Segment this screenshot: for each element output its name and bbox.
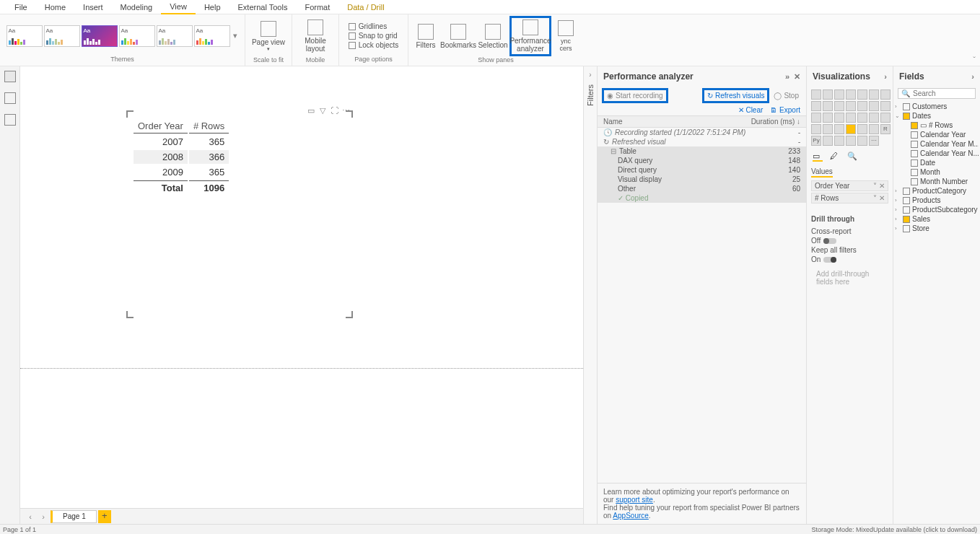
mobile-layout-button[interactable]: Mobile layout <box>295 16 336 56</box>
theme-swatch[interactable]: Aa <box>194 25 230 47</box>
field-node[interactable]: Calendar Year M... <box>895 139 979 149</box>
viz-icon[interactable]: R <box>880 124 891 134</box>
table-node[interactable]: ›Store <box>895 224 979 233</box>
add-page-button[interactable]: + <box>98 510 111 523</box>
viz-icon[interactable] <box>857 136 867 146</box>
analytics-tab-icon[interactable]: 🔍 <box>847 152 857 162</box>
viz-icon[interactable] <box>811 113 821 123</box>
field-node[interactable]: Month Number <box>895 177 979 186</box>
report-view-icon[interactable] <box>4 71 16 82</box>
viz-icon[interactable] <box>846 124 856 134</box>
perf-row-table[interactable]: ⊟Table233 <box>598 146 806 156</box>
visual-focus-icon[interactable]: ⛶ <box>330 106 338 115</box>
pane-collapse-icon[interactable]: › <box>971 72 974 81</box>
field-well[interactable]: Order Year˅ ✕ <box>811 180 888 191</box>
tab-format[interactable]: Format <box>296 1 338 14</box>
page-prev-icon[interactable]: ‹ <box>25 512 36 521</box>
export-button[interactable]: 🗎 Export <box>770 106 800 114</box>
lock-checkbox[interactable]: Lock objects <box>349 41 399 49</box>
viz-icon[interactable] <box>846 89 856 100</box>
bookmarks-button[interactable]: Bookmarks <box>440 16 476 56</box>
table-node[interactable]: ›ProductCategory <box>895 186 979 196</box>
gridlines-checkbox[interactable]: Gridlines <box>349 22 387 30</box>
viz-icon[interactable] <box>846 113 856 123</box>
viz-icon[interactable] <box>857 113 867 123</box>
visual-drill-icon[interactable]: ▭ <box>307 106 315 115</box>
theme-swatch[interactable]: Aa <box>157 25 193 47</box>
tab-data-drill[interactable]: Data / Drill <box>338 1 393 14</box>
viz-icon[interactable] <box>823 124 833 134</box>
tab-file[interactable]: File <box>6 1 36 14</box>
viz-icon[interactable] <box>857 124 867 134</box>
table-node[interactable]: ›Customers <box>895 102 979 111</box>
drill-drop-area[interactable]: Add drill-through fields here <box>811 265 888 291</box>
field-node[interactable]: ▭# Rows <box>895 121 979 130</box>
themes-more-icon[interactable]: ▾ <box>231 31 240 40</box>
viz-icon[interactable] <box>869 124 879 134</box>
viz-icon[interactable] <box>834 136 844 146</box>
viz-icon[interactable] <box>811 124 821 134</box>
viz-icon[interactable] <box>823 101 833 111</box>
viz-icon[interactable] <box>857 101 867 111</box>
table-node[interactable]: ›ProductSubcategory <box>895 205 979 214</box>
table-visual[interactable]: ▭ ▽ ⛶ ⋯ Order Year# Rows 2007365 2008366… <box>127 111 352 318</box>
field-node[interactable]: Calendar Year <box>895 130 979 139</box>
clear-button[interactable]: ✕ Clear <box>738 106 764 114</box>
field-well[interactable]: # Rows˅ ✕ <box>811 193 888 203</box>
perf-row-other[interactable]: Other60 <box>598 184 806 193</box>
model-view-icon[interactable] <box>4 114 16 126</box>
tab-modeling[interactable]: Modeling <box>112 1 162 14</box>
search-input[interactable] <box>913 89 972 97</box>
viz-icon[interactable] <box>869 113 879 123</box>
performance-analyzer-button[interactable]: Performance analyzer <box>509 16 551 56</box>
viz-icon[interactable] <box>823 113 833 123</box>
tab-help[interactable]: Help <box>196 1 229 14</box>
theme-swatch[interactable]: Aa <box>6 25 43 47</box>
viz-icon[interactable] <box>834 101 844 111</box>
pane-collapse-icon[interactable]: » <box>785 72 789 81</box>
visual-filter-icon[interactable]: ▽ <box>318 106 327 115</box>
viz-icon[interactable] <box>834 113 844 123</box>
viz-icon[interactable]: ⋯ <box>869 136 879 146</box>
pane-collapse-icon[interactable]: › <box>884 72 887 81</box>
perf-row-dax[interactable]: DAX query148 <box>598 156 806 165</box>
viz-icon[interactable] <box>880 89 891 100</box>
viz-icon[interactable] <box>834 124 844 134</box>
field-node[interactable]: Date <box>895 158 979 167</box>
report-canvas[interactable]: ▭ ▽ ⛶ ⋯ Order Year# Rows 2007365 2008366… <box>20 66 583 524</box>
viz-icon[interactable] <box>846 136 856 146</box>
viz-icon[interactable] <box>834 89 844 100</box>
viz-icon[interactable] <box>857 89 867 100</box>
ribbon-collapse-icon[interactable]: ˇ <box>968 54 980 66</box>
start-recording-button[interactable]: ◉ Start recording <box>602 88 668 103</box>
viz-icon[interactable] <box>811 101 821 111</box>
appsource-link[interactable]: AppSource <box>613 512 648 520</box>
sync-slicers-button[interactable]: ynccers <box>551 16 580 56</box>
table-node[interactable]: ⌄Dates <box>895 111 979 121</box>
viz-icon[interactable] <box>869 89 879 100</box>
field-node[interactable]: Calendar Year N... <box>895 149 979 158</box>
viz-icon[interactable] <box>811 89 821 100</box>
cross-report-toggle[interactable]: Off <box>811 237 888 245</box>
refresh-visuals-button[interactable]: ↻ Refresh visuals <box>702 88 769 103</box>
tab-external[interactable]: External Tools <box>229 1 297 14</box>
keep-filters-toggle[interactable]: On <box>811 255 888 263</box>
fields-search[interactable]: 🔍 <box>898 88 976 99</box>
page-next-icon[interactable]: › <box>38 512 49 521</box>
perf-row-directquery[interactable]: Direct query140 <box>598 165 806 175</box>
perf-row-visual-display[interactable]: Visual display25 <box>598 175 806 184</box>
theme-swatch-selected[interactable]: Aa <box>82 25 118 47</box>
selection-button[interactable]: Selection <box>476 16 509 56</box>
viz-icon[interactable] <box>846 101 856 111</box>
theme-swatch[interactable]: Aa <box>44 25 80 47</box>
pane-close-icon[interactable]: ✕ <box>794 72 800 81</box>
table-node[interactable]: ›Products <box>895 196 979 205</box>
visual-more-icon[interactable]: ⋯ <box>341 106 350 115</box>
stop-button[interactable]: ◯ Stop <box>771 90 802 101</box>
viz-icon[interactable] <box>869 101 879 111</box>
snap-checkbox[interactable]: Snap to grid <box>349 32 398 40</box>
remove-field-icon[interactable]: ˅ ✕ <box>873 182 885 190</box>
fields-tab-icon[interactable]: ▭ <box>813 152 823 162</box>
viz-icon[interactable] <box>880 101 891 111</box>
page-tab[interactable]: Page 1 <box>51 510 97 523</box>
